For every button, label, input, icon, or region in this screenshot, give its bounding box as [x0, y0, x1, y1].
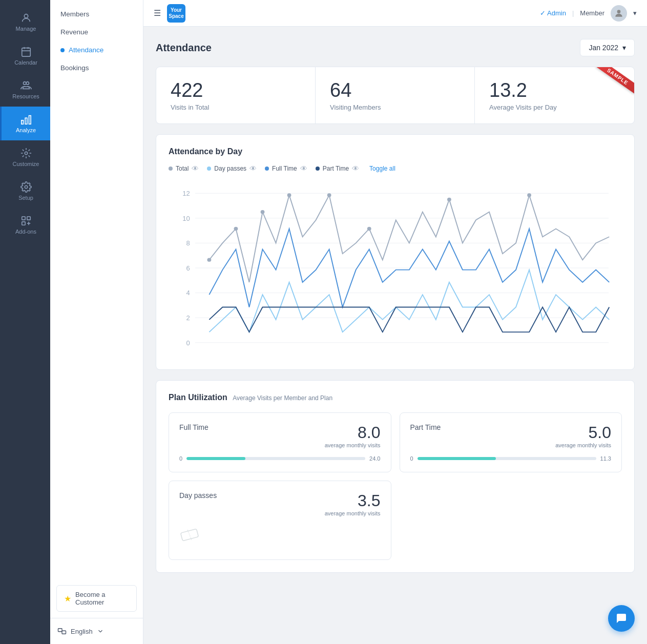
- hamburger-icon[interactable]: ☰: [154, 8, 161, 18]
- legend-parttime-label: Part Time: [323, 165, 349, 172]
- svg-text:2: 2: [186, 315, 190, 322]
- legend-total-dot: [169, 167, 173, 171]
- stat-members-value: 64: [330, 79, 460, 101]
- stats-row: 422 Visits in Total 64 Visiting Members …: [156, 67, 635, 124]
- main-content: ☰ YourSpace ✓ Admin | Member ▾ Attendanc…: [143, 0, 647, 644]
- svg-point-6: [26, 82, 29, 85]
- plan-fulltime-name: Full Time: [179, 423, 208, 431]
- plan-fulltime-max: 24.0: [369, 455, 380, 462]
- avatar-chevron[interactable]: ▾: [633, 9, 637, 17]
- sidebar-item-attendance[interactable]: Attendance: [50, 41, 143, 59]
- avatar[interactable]: [611, 5, 627, 22]
- sidebar-item-resources[interactable]: Resources: [0, 73, 50, 107]
- legend-daypasses-eye: 👁: [249, 164, 257, 173]
- page-header: Attendance Jan 2022 ▾: [156, 39, 635, 56]
- legend-total-label: Total: [176, 165, 189, 172]
- sub-sidebar: Members Revenue Attendance Bookings ★ Be…: [50, 0, 143, 644]
- legend-daypasses-dot: [207, 167, 211, 171]
- plan-fulltime-progress-bg: [186, 457, 365, 460]
- admin-label: ✓ Admin: [540, 9, 566, 17]
- page-title: Attendance: [156, 42, 212, 54]
- date-chevron-icon: ▾: [622, 44, 626, 52]
- plan-card-parttime: Part Time 5.0 average monthly visits 0 1…: [400, 412, 622, 472]
- plan-grid: Full Time 8.0 average monthly visits 0 2…: [169, 412, 622, 560]
- plan-parttime-min: 0: [410, 455, 413, 462]
- svg-point-5: [23, 82, 26, 85]
- stat-avg-value: 13.2: [489, 79, 620, 101]
- stat-visits-value: 422: [171, 79, 301, 101]
- svg-point-39: [367, 227, 371, 231]
- svg-point-11: [25, 185, 28, 189]
- svg-rect-17: [58, 629, 62, 632]
- topbar: ☰ YourSpace ✓ Admin | Member ▾: [143, 0, 647, 27]
- svg-point-10: [25, 152, 28, 155]
- sidebar-item-setup[interactable]: Setup: [0, 174, 50, 208]
- plan-utilization-section: Plan Utilization Average Visits per Memb…: [156, 380, 635, 573]
- stat-card-members: 64 Visiting Members: [316, 67, 475, 123]
- svg-rect-1: [22, 48, 30, 57]
- stat-avg-label: Average Visits per Day: [489, 103, 620, 111]
- stat-card-avg: 13.2 Average Visits per Day SAMPLE: [475, 67, 634, 123]
- svg-text:0: 0: [186, 340, 190, 347]
- svg-rect-12: [22, 217, 25, 220]
- svg-point-36: [261, 210, 265, 214]
- member-label: Member: [580, 9, 604, 17]
- plan-utilization-title: Plan Utilization: [169, 393, 227, 402]
- plan-fulltime-avglabel: average monthly visits: [325, 442, 381, 448]
- sidebar-item-calendar[interactable]: Calendar: [0, 39, 50, 73]
- sidebar-item-manage[interactable]: Manage: [0, 5, 50, 39]
- svg-rect-13: [27, 217, 30, 220]
- legend-fulltime-label: Full Time: [272, 165, 297, 172]
- plan-parttime-name: Part Time: [410, 423, 441, 431]
- svg-point-41: [527, 193, 531, 197]
- legend-daypasses[interactable]: Day passes 👁: [207, 164, 257, 173]
- svg-point-35: [234, 227, 238, 231]
- toggle-all-button[interactable]: Toggle all: [369, 165, 395, 172]
- plan-parttime-progress-bg: [418, 457, 596, 460]
- page-body: Attendance Jan 2022 ▾ 422 Visits in Tota…: [143, 27, 647, 644]
- sidebar-item-revenue[interactable]: Revenue: [50, 23, 143, 41]
- svg-rect-8: [25, 118, 27, 124]
- legend-fulltime[interactable]: Full Time 👁: [265, 164, 307, 173]
- sidebar-item-addons[interactable]: Add-ons: [0, 208, 50, 242]
- chart-title: Attendance by Day: [169, 147, 622, 156]
- legend-parttime[interactable]: Part Time 👁: [316, 164, 359, 173]
- svg-point-37: [287, 193, 291, 197]
- sidebar-item-members[interactable]: Members: [50, 5, 143, 23]
- legend-fulltime-eye: 👁: [300, 164, 307, 173]
- svg-text:4: 4: [186, 290, 190, 297]
- plan-card-fulltime: Full Time 8.0 average monthly visits 0 2…: [169, 412, 391, 472]
- legend-parttime-dot: [316, 167, 320, 171]
- sidebar-item-analyze[interactable]: Analyze: [0, 107, 50, 140]
- svg-text:6: 6: [186, 265, 190, 272]
- icon-sidebar: Manage Calendar Resources Analyze Custom…: [0, 0, 50, 644]
- legend-total-eye: 👁: [192, 164, 199, 173]
- topbar-right: ✓ Admin | Member ▾: [540, 5, 637, 22]
- plan-fulltime-value: 8.0: [325, 423, 381, 442]
- svg-point-19: [617, 10, 621, 13]
- stat-card-visits: 422 Visits in Total: [156, 67, 316, 123]
- svg-rect-18: [62, 631, 66, 634]
- language-selector[interactable]: English: [50, 618, 143, 644]
- ticket-icon: [179, 525, 381, 549]
- chat-button[interactable]: [608, 605, 635, 632]
- legend-fulltime-dot: [265, 167, 269, 171]
- logo: YourSpace: [167, 4, 185, 23]
- chart-card: Attendance by Day Total 👁 Day passes 👁 F…: [156, 134, 635, 370]
- svg-rect-7: [21, 120, 23, 124]
- line-chart: 0 2 4 6 8 10 12: [169, 181, 622, 355]
- topbar-left: ☰ YourSpace: [154, 4, 185, 23]
- plan-daypasses-avglabel: average monthly visits: [325, 510, 381, 516]
- legend-total[interactable]: Total 👁: [169, 164, 199, 173]
- svg-text:8: 8: [186, 240, 190, 247]
- become-customer-button[interactable]: ★ Become a Customer: [56, 585, 137, 612]
- plan-daypasses-value: 3.5: [325, 491, 381, 510]
- sidebar-item-bookings[interactable]: Bookings: [50, 59, 143, 77]
- plan-fulltime-min: 0: [179, 455, 182, 462]
- sidebar-item-customize[interactable]: Customize: [0, 140, 50, 174]
- svg-point-40: [447, 198, 451, 201]
- svg-text:10: 10: [182, 215, 190, 222]
- chart-legend: Total 👁 Day passes 👁 Full Time 👁 Part Ti…: [169, 164, 622, 173]
- stat-visits-label: Visits in Total: [171, 103, 301, 111]
- date-selector[interactable]: Jan 2022 ▾: [580, 39, 635, 56]
